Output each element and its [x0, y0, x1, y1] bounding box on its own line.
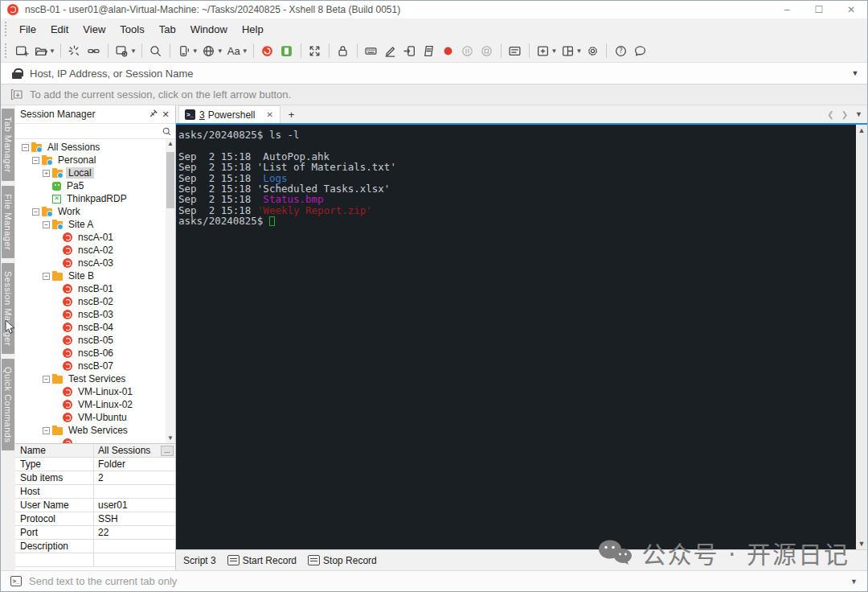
terminal-scrollbar[interactable]: ▲ ▼	[856, 125, 867, 549]
side-tab-session-manager[interactable]: Session Manager	[2, 263, 14, 354]
tree-item-nscb-06[interactable]: nscB-06	[15, 347, 166, 360]
terminal-output[interactable]: asks/20240825$ ls -lSep 2 15:18 AutoPop.…	[176, 125, 856, 549]
tab-powershell[interactable]: >_ 3 Powershell ✕	[178, 105, 280, 123]
new-tab-icon[interactable]	[534, 42, 552, 60]
font-size-icon[interactable]: Aa	[225, 42, 243, 60]
property-value[interactable]: SSH	[94, 512, 175, 525]
tile-layout-icon[interactable]	[559, 42, 577, 60]
xftp-icon[interactable]	[278, 42, 296, 60]
collapse-icon[interactable]: −	[43, 273, 50, 280]
tree-item-nsca-02[interactable]: nscA-02	[15, 244, 166, 257]
expand-icon[interactable]: +	[43, 170, 50, 177]
tree-item-local[interactable]: +Local	[15, 166, 166, 179]
property-value[interactable]: 2	[94, 471, 175, 484]
open-sessions-caret[interactable]: ▼	[49, 47, 55, 55]
session-properties-icon[interactable]	[113, 42, 131, 60]
logon-scripts-icon[interactable]	[401, 42, 419, 60]
menu-view[interactable]: View	[76, 21, 113, 38]
xshell-icon[interactable]	[259, 42, 276, 60]
help-icon[interactable]: ?	[612, 42, 629, 60]
session-search-box[interactable]	[15, 123, 175, 139]
scroll-up-icon[interactable]: ▲	[166, 139, 175, 149]
tree-item-vm-ubuntu[interactable]: VM-Ubuntu	[15, 411, 166, 424]
property-value[interactable]: All Sessions	[94, 444, 161, 457]
tree-scroll-thumb[interactable]	[166, 152, 174, 208]
new-tab-button[interactable]: +	[289, 109, 295, 121]
side-tab-file-manager[interactable]: File Manager	[2, 186, 14, 258]
status-bar-caret[interactable]: ▼	[850, 578, 858, 586]
property-value[interactable]	[94, 540, 175, 553]
address-dropdown-caret[interactable]: ▼	[843, 69, 867, 77]
record-icon[interactable]	[440, 42, 457, 60]
tab-list-caret[interactable]: ▼	[855, 110, 862, 118]
scroll-down-icon[interactable]: ▼	[166, 434, 175, 443]
property-value[interactable]	[94, 485, 175, 498]
tree-item-site-b[interactable]: −Site B	[15, 269, 166, 282]
tree-item-personal[interactable]: −Personal	[15, 154, 166, 166]
collapse-icon[interactable]: −	[43, 221, 50, 228]
tree-item-nsca-03[interactable]: nscA-03	[15, 257, 166, 269]
pin-icon[interactable]	[146, 109, 159, 120]
collapse-icon[interactable]: −	[32, 157, 39, 164]
tab-close-icon[interactable]: ✕	[266, 110, 272, 119]
tree-item-nscb-04[interactable]: nscB-04	[15, 321, 166, 334]
new-session-icon[interactable]	[13, 42, 31, 60]
property-value[interactable]: Folder	[94, 458, 175, 471]
collapse-icon[interactable]: −	[43, 376, 50, 383]
maximize-button[interactable]: ☐	[803, 1, 835, 18]
terminal-scroll-up-icon[interactable]: ▲	[856, 125, 867, 136]
browse-button[interactable]: ...	[161, 446, 174, 456]
tree-item-nscb-07[interactable]: nscB-07	[15, 360, 166, 372]
property-value[interactable]: user01	[94, 499, 175, 512]
tree-item-thinkpadrdp[interactable]: ✕ThinkpadRDP	[15, 192, 166, 205]
tree-item-nscb-01[interactable]: nscB-01	[15, 282, 166, 295]
tab-scroll-left-icon[interactable]: ❮	[827, 110, 833, 119]
menu-tab[interactable]: Tab	[152, 21, 183, 38]
tree-item-pa5[interactable]: Pa5	[15, 179, 166, 192]
stop-record-button[interactable]: Stop Record	[305, 553, 380, 568]
menu-window[interactable]: Window	[183, 21, 235, 38]
tab-scroll-right-icon[interactable]: ❯	[841, 110, 848, 119]
new-tab-caret[interactable]: ▼	[551, 47, 558, 55]
fullscreen-icon[interactable]	[306, 42, 324, 60]
side-tab-quick-commands[interactable]: Quick Commands	[2, 359, 14, 450]
panel-close-icon[interactable]: ✕	[159, 109, 172, 120]
tile-layout-caret[interactable]: ▼	[576, 47, 583, 55]
tree-item-test-services[interactable]: −Test Services	[15, 372, 166, 385]
menu-edit[interactable]: Edit	[43, 21, 76, 38]
menu-tools[interactable]: Tools	[113, 21, 151, 38]
address-input[interactable]	[30, 68, 843, 80]
minimize-button[interactable]: –	[771, 1, 803, 18]
tree-item-web-services[interactable]: −Web Services	[15, 424, 166, 437]
transfer-caret[interactable]: ▼	[192, 47, 199, 55]
side-tab-tab-manager[interactable]: Tab Manager	[2, 109, 14, 181]
close-button[interactable]: ✕	[835, 1, 867, 18]
find-icon[interactable]	[147, 42, 165, 60]
tree-item-vm-linux-01[interactable]: VM-Linux-01	[15, 385, 166, 398]
web-tools-caret[interactable]: ▼	[217, 47, 223, 55]
tree-item-nscb-03[interactable]: nscB-03	[15, 308, 166, 321]
feedback-icon[interactable]	[631, 42, 649, 60]
menu-file[interactable]: File	[12, 21, 43, 38]
tree-item-site-a[interactable]: −Site A	[15, 218, 166, 231]
options-gear-icon[interactable]	[583, 42, 601, 60]
terminal-scroll-down-icon[interactable]: ▼	[856, 538, 867, 549]
property-value[interactable]	[94, 553, 175, 566]
reconnect-icon[interactable]	[85, 42, 103, 60]
keyboard-icon[interactable]	[362, 42, 380, 60]
disconnect-icon[interactable]	[66, 42, 84, 60]
transfer-icon[interactable]	[175, 42, 193, 60]
tree-item-nscb-02[interactable]: nscB-02	[15, 295, 166, 308]
tree-item-nsca-01[interactable]: nscA-01	[15, 231, 166, 244]
compose-icon[interactable]	[382, 42, 399, 60]
tree-item-vm-linux-02[interactable]: VM-Linux-02	[15, 398, 166, 411]
lock-icon[interactable]	[334, 42, 352, 60]
collapse-icon[interactable]: −	[43, 427, 50, 434]
toolbar-gripper[interactable]	[5, 43, 9, 58]
menu-help[interactable]: Help	[235, 21, 271, 38]
tree-item-work[interactable]: −Work	[15, 205, 166, 218]
tree-item-nscb-05[interactable]: nscB-05	[15, 334, 166, 347]
tree-scrollbar[interactable]: ▲ ▼	[166, 139, 175, 443]
open-sessions-icon[interactable]	[32, 42, 50, 60]
web-tools-icon[interactable]	[200, 42, 218, 60]
